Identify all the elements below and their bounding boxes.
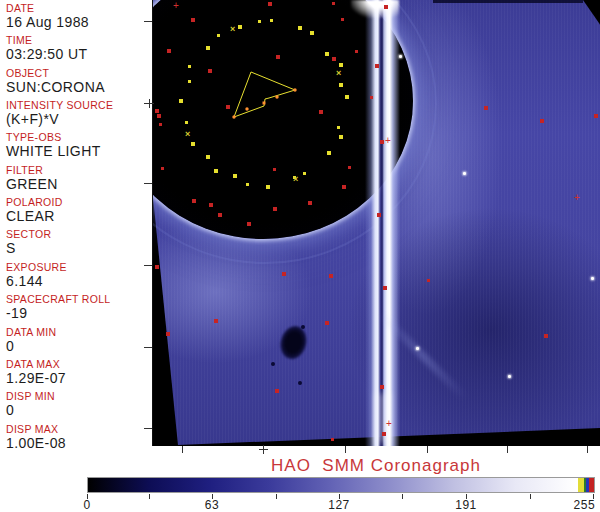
grid-fiducial-dot [275,389,279,393]
metadata-sidebar: DATE16 Aug 1988TIME03:29:50 UTOBJECTSUN:… [0,0,152,455]
colorbar-tick-label: 0 [83,498,90,512]
red-ring-dot [159,123,162,126]
yellow-ring-dot [238,25,242,29]
metadata-field: DATA MAX1.29E-07 [6,358,152,386]
red-ring-dot [380,140,384,144]
star-point [508,375,511,378]
yellow-ring-dot [303,172,306,175]
yellow-x-mark: × [185,131,190,137]
metadata-field: EXPOSURE6.144 [6,261,152,289]
colorbar-tick [149,494,150,499]
grid-fiducial-dot [319,110,323,114]
metadata-field: SPACECRAFT ROLL-19 [6,293,152,321]
star-point [399,55,402,58]
red-ring-dot [308,201,312,205]
grid-fiducial-dot [484,106,488,110]
yellow-ring-dot [217,34,220,37]
grid-fiducial-dot [380,385,384,389]
grid-fiducial-dot [427,279,430,282]
yellow-ring-dot [270,19,273,22]
grid-fiducial-dot [540,119,544,123]
grid-fiducial-dot [377,213,381,217]
grid-fiducial-dot [325,321,329,325]
grid-fiducial-dot [166,332,170,336]
axis-cross-bottom [263,445,264,454]
image-title: HAO SMM Coronagraph [152,456,600,476]
red-ring-dot [167,49,171,53]
axis-tick-left [144,265,152,266]
field-label: DATA MAX [6,358,152,370]
yellow-ring-dot [214,169,218,173]
field-label: EXPOSURE [6,261,152,273]
grid-fiducial-dot [208,69,212,73]
red-ring-dot [155,109,159,113]
small-dark-spot [298,381,302,385]
grid-fiducial-dot [382,432,386,436]
field-label: POLAROID [6,196,152,208]
field-label: DATE [6,2,152,14]
grid-fiducial-dot [214,319,218,323]
grid-fiducial-dot [331,438,334,441]
grid-fiducial-dot [332,57,336,61]
yellow-ring-dot [191,142,195,146]
field-label: DISP MAX [6,423,152,435]
metadata-field: DATA MIN0 [6,326,152,354]
yellow-ring-dot [188,65,191,68]
field-label: OBJECT [6,67,152,79]
yellow-ring-dot [246,183,249,186]
metadata-field: INTENSITY SOURCE(K+F)*V [6,99,152,127]
metadata-field: FILTERGREEN [6,164,152,192]
red-ring-dot [342,185,346,189]
colorbar [87,477,595,493]
small-dark-spot [271,362,275,366]
red-plus-mark: + [173,2,179,9]
grid-fiducial-dot [273,168,276,171]
yellow-ring-dot [339,63,343,67]
metadata-field: DATE16 Aug 1988 [6,2,152,30]
yellow-x-mark: × [230,26,235,32]
red-plus-mark: + [574,194,580,201]
field-value: 1.29E-07 [6,371,152,386]
red-ring-dot [191,18,195,22]
yellow-ring-dot [258,20,261,23]
field-value: GREEN [6,177,152,192]
metadata-field: DISP MIN0 [6,390,152,418]
grid-fiducial-dot [544,334,548,338]
metadata-field: OBJECTSUN:CORONA [6,67,152,95]
field-label: DATA MIN [6,326,152,338]
grid-fiducial-dot [157,114,161,118]
red-ring-dot [161,167,164,170]
red-ring-dot [375,64,379,68]
field-label: SPACECRAFT ROLL [6,293,152,305]
axis-tick-left [144,347,152,348]
grid-fiducial-dot [268,2,272,6]
yellow-ring-dot [325,52,329,56]
axis-tick-left [144,21,152,22]
yellow-ring-dot [327,151,331,155]
field-value: 03:29:50 UT [6,47,152,62]
yellow-ring-dot [206,46,210,50]
star-point [416,347,419,350]
grid-fiducial-dot [332,2,335,5]
field-label: DISP MIN [6,390,152,402]
grid-fiducial-dot [226,105,230,109]
red-ring-dot [209,203,213,207]
metadata-field: TIME03:29:50 UT [6,34,152,62]
axis-tick-bottom [427,446,428,453]
yellow-ring-dot [337,126,340,129]
grid-fiducial-dot [218,213,222,217]
red-ring-dot [355,50,358,53]
axis-tick-bottom [345,446,346,453]
field-label: TYPE-OBS [6,131,152,143]
grid-fiducial-dot [383,286,387,290]
colorbar-gradient [88,478,594,492]
field-label: FILTER [6,164,152,176]
yellow-ring-dot [188,80,191,83]
yellow-x-mark: × [336,70,341,76]
metadata-field: TYPE-OBSWHITE LIGHT [6,131,152,159]
red-plus-mark: + [386,420,392,427]
axis-tick-bottom [587,446,588,453]
pylon-top-flare [351,0,399,18]
colorbar-tick-label: 63 [205,498,219,512]
field-value: 0 [6,339,152,354]
